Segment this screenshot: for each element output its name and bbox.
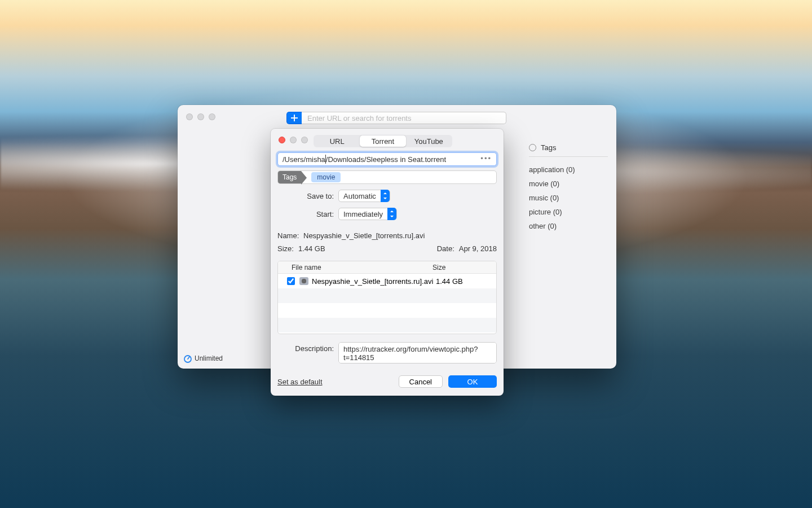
chevron-updown-icon — [387, 208, 396, 220]
save-to-label: Save to: — [277, 192, 338, 200]
description-label: Description: — [277, 342, 338, 364]
search-input[interactable] — [302, 112, 506, 124]
zoom-icon — [301, 137, 308, 143]
source-tabs: URL Torrent YouTube — [314, 135, 452, 147]
cancel-button[interactable]: Cancel — [399, 375, 443, 388]
start-value: Immediately — [339, 210, 387, 218]
start-row: Start: Immediately — [277, 208, 497, 220]
dialog-window-controls — [279, 137, 308, 143]
table-row[interactable]: Nespyashie_v_Sietle_[torrents.ru].avi 1.… — [278, 274, 496, 288]
tag-pill-movie[interactable]: movie — [311, 172, 341, 182]
date-label: Date: — [437, 244, 454, 253]
tags-sidebar: Tags application (0) movie (0) music (0)… — [529, 143, 608, 233]
tab-torrent[interactable]: Torrent — [360, 135, 405, 147]
dialog-body: /Users/misha/Downloads/Sleepless in Seat… — [277, 152, 497, 363]
add-torrent-dialog: URL Torrent YouTube /Users/misha/Downloa… — [271, 129, 504, 396]
video-file-icon — [299, 277, 308, 285]
browse-icon[interactable]: ••• — [480, 154, 492, 163]
search-bar — [286, 112, 506, 124]
tags-heading-row: Tags — [529, 143, 608, 157]
sidebar-item-other[interactable]: other (0) — [529, 219, 608, 233]
table-row-empty — [278, 303, 496, 318]
close-icon[interactable] — [279, 137, 285, 143]
col-size[interactable]: Size — [430, 264, 496, 271]
start-label: Start: — [277, 210, 338, 218]
description-row: Description: — [277, 342, 497, 364]
ok-button[interactable]: OK — [448, 375, 497, 388]
window-controls — [186, 113, 215, 120]
save-to-value: Automatic — [339, 192, 381, 200]
path-text-b: /Downloads/Sleepless in Seat.torrent — [326, 155, 446, 164]
file-size: 1.44 GB — [436, 277, 463, 286]
tab-url[interactable]: URL — [314, 135, 360, 147]
tags-input[interactable]: Tags movie — [277, 170, 497, 184]
size-value: 1.44 GB — [298, 244, 325, 253]
table-row-empty — [278, 288, 496, 303]
sidebar-item-application[interactable]: application (0) — [529, 163, 608, 177]
dialog-footer: Set as default Cancel OK — [277, 375, 497, 388]
close-icon[interactable] — [186, 113, 193, 120]
torrent-info: Name: Nespyashie_v_Sietle_[torrents.ru].… — [277, 229, 497, 255]
table-row-empty — [278, 318, 496, 332]
file-table-header: File name Size — [278, 261, 496, 274]
file-checkbox[interactable] — [287, 277, 295, 285]
col-filename[interactable]: File name — [278, 264, 430, 271]
chevron-updown-icon — [381, 190, 390, 202]
save-to-row: Save to: Automatic — [277, 190, 497, 202]
torrent-path-input[interactable]: /Users/misha/Downloads/Sleepless in Seat… — [277, 152, 497, 166]
save-to-select[interactable]: Automatic — [338, 190, 390, 202]
svg-line-1 — [188, 357, 189, 359]
sidebar-item-music[interactable]: music (0) — [529, 191, 608, 205]
start-select[interactable]: Immediately — [338, 208, 397, 220]
sidebar-item-picture[interactable]: picture (0) — [529, 205, 608, 219]
sidebar-item-movie[interactable]: movie (0) — [529, 177, 608, 191]
path-text-a: /Users/misha — [283, 155, 325, 164]
speedometer-icon — [183, 354, 192, 363]
set-as-default-link[interactable]: Set as default — [277, 378, 323, 386]
plus-icon — [290, 114, 298, 122]
status-bar: Unlimited — [183, 354, 223, 363]
tags-chip-label: Tags — [278, 171, 301, 183]
name-label: Name: — [277, 231, 303, 240]
desktop-wallpaper: Unlimited Tags application (0) movie (0)… — [0, 0, 812, 508]
tags-radio-icon[interactable] — [529, 144, 536, 151]
tags-heading: Tags — [541, 143, 556, 152]
description-input[interactable] — [338, 342, 497, 364]
minimize-icon[interactable] — [197, 113, 204, 120]
name-value: Nespyashie_v_Sietle_[torrents.ru].avi — [303, 231, 425, 240]
tab-youtube[interactable]: YouTube — [406, 135, 452, 147]
file-name: Nespyashie_v_Sietle_[torrents.ru].avi — [312, 277, 436, 286]
status-label: Unlimited — [195, 354, 223, 362]
size-label: Size: — [277, 244, 294, 253]
file-table: File name Size Nespyashie_v_Sietle_[torr… — [277, 261, 497, 334]
minimize-icon — [290, 137, 297, 143]
add-button[interactable] — [286, 112, 302, 124]
zoom-icon[interactable] — [209, 113, 215, 120]
date-value: Apr 9, 2018 — [459, 244, 497, 253]
